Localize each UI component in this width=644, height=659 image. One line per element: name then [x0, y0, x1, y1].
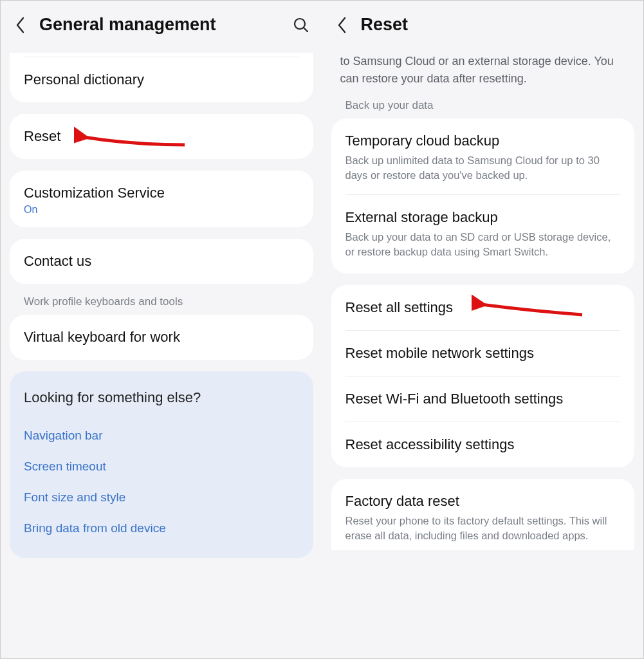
card-backup: Temporary cloud backup Back up unlimited…: [331, 118, 635, 274]
link-screen-timeout[interactable]: Screen timeout: [24, 451, 299, 482]
item-factory-data-reset[interactable]: Factory data reset Reset your phone to i…: [331, 479, 635, 550]
header: General management: [1, 1, 322, 53]
card-reset-options: Reset all settings Reset mobile network …: [331, 285, 635, 467]
item-reset-all-settings[interactable]: Reset all settings: [331, 285, 635, 330]
card-work-profile: Virtual keyboard for work: [10, 315, 313, 360]
search-button[interactable]: [293, 17, 309, 33]
link-font-size-style[interactable]: Font size and style: [24, 482, 299, 513]
section-work-profile: Work profile keyboards and tools: [1, 295, 322, 315]
back-button[interactable]: [335, 18, 349, 32]
item-virtual-keyboard-work[interactable]: Virtual keyboard for work: [10, 315, 313, 360]
item-contact-us[interactable]: Contact us: [10, 239, 313, 284]
svg-line-1: [304, 28, 308, 32]
item-label: Customization Service: [24, 185, 299, 201]
intro-text: to Samsung Cloud or an external storage …: [322, 53, 644, 99]
card-customization-service: Customization Service On: [10, 171, 313, 227]
card-factory-reset: Factory data reset Reset your phone to i…: [331, 479, 635, 550]
item-reset[interactable]: Reset: [10, 114, 313, 159]
item-external-storage-backup[interactable]: External storage backup Back up your dat…: [331, 195, 635, 274]
pane-general-management: General management Personal dictionary R…: [1, 1, 322, 658]
header: Reset: [322, 1, 644, 53]
link-navigation-bar[interactable]: Navigation bar: [24, 420, 299, 451]
pane-reset: Reset to Samsung Cloud or an external st…: [322, 1, 644, 658]
item-personal-dictionary[interactable]: Personal dictionary: [10, 57, 313, 102]
page-title: Reset: [361, 15, 631, 35]
link-bring-data-old-device[interactable]: Bring data from old device: [24, 513, 299, 544]
card-personal-dictionary: Personal dictionary: [10, 53, 313, 102]
item-reset-wifi-bluetooth[interactable]: Reset Wi-Fi and Bluetooth settings: [331, 376, 635, 422]
back-button[interactable]: [14, 18, 28, 32]
item-label: External storage backup: [345, 209, 621, 226]
item-reset-mobile-network[interactable]: Reset mobile network settings: [331, 331, 635, 376]
page-title: General management: [39, 15, 281, 35]
item-status: On: [24, 204, 299, 216]
item-label: Factory data reset: [345, 493, 621, 510]
item-customization-service[interactable]: Customization Service On: [10, 171, 313, 227]
suggestions-title: Looking for something else?: [24, 389, 299, 406]
item-desc: Reset your phone to its factory default …: [345, 514, 621, 543]
card-suggestions: Looking for something else? Navigation b…: [10, 371, 313, 558]
item-label: Temporary cloud backup: [345, 133, 621, 149]
item-reset-accessibility[interactable]: Reset accessibility settings: [331, 422, 635, 467]
card-contact-us: Contact us: [10, 239, 313, 284]
card-reset: Reset: [10, 114, 313, 159]
item-temporary-cloud-backup[interactable]: Temporary cloud backup Back up unlimited…: [331, 118, 635, 194]
item-desc: Back up unlimited data to Samsung Cloud …: [345, 153, 621, 183]
section-backup: Back up your data: [322, 99, 644, 118]
item-desc: Back up your data to an SD card or USB s…: [345, 230, 621, 259]
